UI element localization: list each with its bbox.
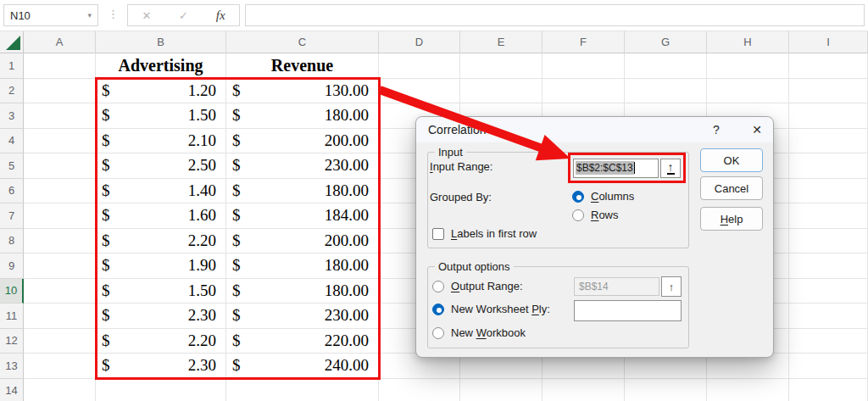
- cell-C8[interactable]: $200.00: [226, 229, 379, 254]
- column-header-C[interactable]: C: [226, 31, 379, 53]
- row-header-1[interactable]: 1: [0, 53, 24, 79]
- row-header-12[interactable]: 12: [0, 329, 24, 354]
- cell-B7[interactable]: $1.60: [96, 203, 226, 229]
- cell-D1[interactable]: [379, 53, 460, 79]
- help-button[interactable]: Help: [700, 207, 763, 231]
- column-header-F[interactable]: F: [542, 31, 625, 53]
- cell-D2[interactable]: [379, 79, 460, 104]
- labels-checkbox-row[interactable]: Labels in first row: [432, 227, 537, 241]
- cell-H14[interactable]: [707, 379, 789, 401]
- cell-B2[interactable]: $1.20: [96, 79, 226, 104]
- cell-C5[interactable]: $230.00: [226, 153, 379, 179]
- cell-I9[interactable]: [789, 253, 868, 279]
- cell-G2[interactable]: [625, 79, 707, 104]
- name-box-dropdown-icon[interactable]: ▾: [87, 11, 92, 19]
- cell-B8[interactable]: $2.20: [96, 229, 226, 254]
- cell-H2[interactable]: [707, 79, 789, 104]
- cell-H1[interactable]: [707, 53, 789, 79]
- cell-F14[interactable]: [542, 379, 625, 401]
- cell-I10[interactable]: [789, 279, 868, 304]
- rows-radio-row[interactable]: Rows: [572, 209, 619, 222]
- cell-B1[interactable]: Advertising: [96, 53, 226, 79]
- cell-A13[interactable]: [24, 354, 96, 379]
- input-range-picker-button[interactable]: ↑: [660, 159, 681, 178]
- cell-C2[interactable]: $130.00: [226, 79, 379, 104]
- columns-radio-icon[interactable]: [572, 191, 584, 203]
- cancel-button[interactable]: Cancel: [700, 176, 763, 200]
- cell-B10[interactable]: $1.50: [96, 279, 226, 304]
- cell-I5[interactable]: [789, 153, 868, 179]
- cell-B3[interactable]: $1.50: [96, 103, 226, 129]
- column-header-I[interactable]: I: [789, 31, 868, 53]
- output-range-picker-button[interactable]: ↑: [661, 276, 682, 297]
- cell-C11[interactable]: $230.00: [226, 304, 379, 329]
- cell-I14[interactable]: [789, 379, 868, 401]
- column-header-G[interactable]: G: [625, 31, 707, 53]
- cell-A5[interactable]: [24, 153, 96, 179]
- cell-B4[interactable]: $2.10: [96, 129, 226, 154]
- output-range-radio-row[interactable]: Output Range:: [432, 280, 523, 293]
- labels-checkbox-icon[interactable]: [432, 228, 444, 240]
- formula-bar-input[interactable]: [245, 4, 865, 26]
- new-worksheet-radio-row[interactable]: New Worksheet Ply:: [432, 303, 550, 316]
- cell-C1[interactable]: Revenue: [226, 53, 379, 79]
- cell-I13[interactable]: [789, 354, 868, 379]
- row-header-4[interactable]: 4: [0, 129, 24, 154]
- dialog-close-icon[interactable]: ✕: [747, 120, 767, 139]
- output-range-radio-icon[interactable]: [432, 281, 444, 292]
- cell-E1[interactable]: [460, 53, 542, 79]
- cell-I6[interactable]: [789, 179, 868, 204]
- cell-A7[interactable]: [24, 203, 96, 229]
- dialog-help-icon[interactable]: ?: [706, 120, 726, 139]
- cell-B12[interactable]: $2.20: [96, 329, 226, 354]
- confirm-entry-icon[interactable]: ✓: [179, 9, 188, 22]
- cell-A4[interactable]: [24, 129, 96, 154]
- more-options-icon[interactable]: ⋮: [108, 8, 119, 20]
- cell-B11[interactable]: $2.30: [96, 304, 226, 329]
- cell-A12[interactable]: [24, 329, 96, 354]
- cell-A2[interactable]: [24, 79, 96, 104]
- column-header-E[interactable]: E: [460, 31, 542, 53]
- column-header-D[interactable]: D: [379, 31, 460, 53]
- columns-radio-row[interactable]: Columns: [572, 190, 634, 203]
- row-header-11[interactable]: 11: [0, 304, 24, 329]
- cell-C7[interactable]: $184.00: [226, 203, 379, 229]
- cell-I2[interactable]: [789, 79, 868, 104]
- cell-C10[interactable]: $180.00: [226, 279, 379, 304]
- cell-B6[interactable]: $1.40: [96, 179, 226, 204]
- cell-B14[interactable]: [96, 379, 226, 401]
- cell-I8[interactable]: [789, 229, 868, 254]
- cell-D14[interactable]: [379, 379, 460, 401]
- cell-A11[interactable]: [24, 304, 96, 329]
- cell-A6[interactable]: [24, 179, 96, 204]
- new-workbook-radio-row[interactable]: New Workbook: [432, 326, 526, 340]
- output-range-field[interactable]: $B$14: [574, 277, 659, 296]
- cell-I12[interactable]: [789, 329, 868, 354]
- cell-C13[interactable]: $240.00: [226, 354, 379, 379]
- cell-F2[interactable]: [542, 79, 625, 104]
- column-header-A[interactable]: A: [24, 31, 96, 53]
- row-header-9[interactable]: 9: [0, 253, 24, 279]
- cell-G14[interactable]: [625, 379, 707, 401]
- cell-E2[interactable]: [460, 79, 542, 104]
- cell-C14[interactable]: [226, 379, 379, 401]
- cell-B13[interactable]: $2.30: [96, 354, 226, 379]
- rows-radio-icon[interactable]: [572, 209, 584, 221]
- cell-A8[interactable]: [24, 229, 96, 254]
- row-header-5[interactable]: 5: [0, 153, 24, 179]
- row-header-8[interactable]: 8: [0, 229, 24, 254]
- row-header-13[interactable]: 13: [0, 354, 24, 379]
- name-box[interactable]: N10 ▾: [3, 4, 98, 26]
- new-worksheet-ply-field[interactable]: [574, 300, 682, 321]
- cell-C3[interactable]: $180.00: [226, 103, 379, 129]
- cell-G1[interactable]: [625, 53, 707, 79]
- row-header-2[interactable]: 2: [0, 79, 24, 104]
- cancel-entry-icon[interactable]: ✕: [142, 9, 151, 22]
- cell-E14[interactable]: [460, 379, 542, 401]
- cell-C6[interactable]: $180.00: [226, 179, 379, 204]
- cell-I3[interactable]: [789, 103, 868, 129]
- new-workbook-radio-icon[interactable]: [432, 327, 444, 339]
- row-header-6[interactable]: 6: [0, 179, 24, 204]
- cell-B9[interactable]: $1.90: [96, 253, 226, 279]
- cell-C4[interactable]: $200.00: [226, 129, 379, 154]
